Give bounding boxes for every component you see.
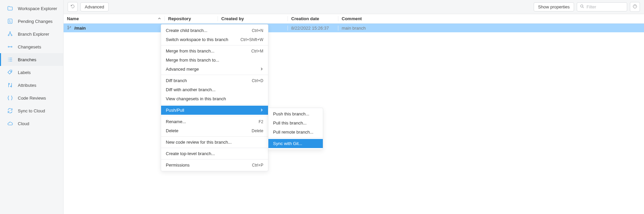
side-cloud[interactable]: Cloud — [0, 117, 63, 130]
sidebar-item-label: Labels — [18, 70, 31, 75]
menu-item[interactable]: Pull this branch... — [268, 118, 323, 128]
menu-item[interactable]: New code review for this branch... — [161, 138, 268, 147]
column-name[interactable]: Name — [64, 16, 164, 21]
menu-shortcut: Ctrl+P — [252, 163, 263, 168]
menu-item-label: Permissions — [166, 163, 190, 168]
svg-point-2 — [8, 35, 9, 36]
menu-shortcut: Ctrl+Shift+W — [240, 37, 263, 42]
menu-item[interactable]: Rename...F2 — [161, 117, 268, 126]
braces-icon — [7, 95, 13, 101]
chevron-right-icon — [260, 67, 263, 72]
svg-point-4 — [8, 46, 9, 47]
changesets-icon — [7, 44, 13, 50]
attributes-icon — [7, 82, 13, 88]
refresh-button[interactable] — [68, 2, 78, 12]
refresh-icon — [70, 4, 75, 10]
menu-shortcut: F2 — [259, 119, 263, 124]
sidebar-item-label: Branch Explorer — [18, 32, 49, 37]
chevron-right-icon — [260, 108, 263, 113]
column-creation-date[interactable]: Creation date — [288, 16, 338, 21]
branch-date: 8/22/2022 15:26:37 — [288, 26, 338, 31]
side-branches[interactable]: Branches — [0, 53, 63, 66]
sidebar-item-label: Attributes — [18, 83, 36, 88]
menu-item[interactable]: PermissionsCtrl+P — [161, 160, 268, 170]
menu-item[interactable]: Advanced merge — [161, 65, 268, 74]
column-headers: Name Repository Created by Creation date… — [64, 14, 644, 24]
sidebar: Workspace Explorer Pending Changes Branc… — [0, 0, 64, 214]
menu-item[interactable]: Diff branchCtrl+D — [161, 76, 268, 85]
svg-point-10 — [68, 28, 68, 29]
menu-item[interactable]: Pull remote branch... — [268, 128, 323, 137]
side-branch-explorer[interactable]: Branch Explorer — [0, 28, 63, 40]
sidebar-item-label: Changesets — [18, 44, 41, 49]
sidebar-item-label: Pending Changes — [18, 19, 52, 24]
menu-item[interactable]: View changesets in this branch — [161, 94, 268, 103]
submenu-push-pull: Push this branch...Pull this branch...Pu… — [268, 108, 323, 150]
menu-item[interactable]: Merge from this branch...Ctrl+M — [161, 46, 268, 56]
menu-separator — [161, 148, 268, 148]
menu-item[interactable]: Diff with another branch... — [161, 85, 268, 94]
help-button[interactable] — [630, 2, 640, 12]
menu-item-label: Create child branch... — [166, 28, 207, 33]
column-created-by[interactable]: Created by — [218, 16, 288, 21]
menu-separator — [268, 138, 323, 138]
menu-item[interactable]: Merge from this branch to... — [161, 56, 268, 65]
filter-input[interactable] — [586, 4, 624, 9]
menu-item-label: View changesets in this branch — [166, 96, 226, 101]
menu-item-label: Merge from this branch to... — [166, 58, 219, 63]
sidebar-item-label: Branches — [18, 57, 36, 62]
menu-separator — [161, 159, 268, 159]
side-pending-changes[interactable]: Pending Changes — [0, 15, 63, 28]
menu-shortcut: Ctrl+N — [252, 28, 263, 33]
menu-item-label: New code review for this branch... — [166, 140, 232, 145]
side-changesets[interactable]: Changesets — [0, 40, 63, 53]
menu-item-label: Advanced merge — [166, 67, 199, 72]
svg-point-6 — [10, 71, 11, 72]
menu-item[interactable]: Sync with Git... — [268, 139, 323, 148]
menu-shortcut: Ctrl+M — [251, 49, 263, 54]
side-attributes[interactable]: Attributes — [0, 79, 63, 92]
menu-item[interactable]: Create child branch...Ctrl+N — [161, 26, 268, 35]
svg-point-7 — [580, 5, 583, 7]
diff-icon — [7, 18, 13, 24]
svg-point-11 — [70, 26, 71, 27]
menu-item[interactable]: Switch workspace to this branchCtrl+Shif… — [161, 35, 268, 44]
menu-item-label: Create top-level branch... — [166, 151, 215, 156]
sync-icon — [7, 108, 13, 114]
menu-separator — [161, 136, 268, 137]
menu-item[interactable]: Push/Pull — [161, 106, 268, 115]
side-workspace-explorer[interactable]: Workspace Explorer — [0, 2, 63, 15]
menu-item-label: Sync with Git... — [273, 141, 302, 146]
menu-item-label: Rename... — [166, 119, 186, 124]
side-sync-cloud[interactable]: Sync to Cloud — [0, 104, 63, 117]
menu-item[interactable]: Push this branch... — [268, 109, 323, 118]
menu-item-label: Diff branch — [166, 78, 187, 83]
side-code-reviews[interactable]: Code Reviews — [0, 92, 63, 104]
menu-separator — [161, 75, 268, 75]
table-row[interactable]: /main 8/22/2022 15:26:37 main branch — [64, 24, 644, 32]
sidebar-item-label: Sync to Cloud — [18, 108, 45, 113]
menu-item[interactable]: DeleteDelete — [161, 126, 268, 135]
column-comment[interactable]: Comment — [338, 16, 624, 21]
advanced-button[interactable]: Advanced — [80, 2, 109, 11]
side-labels[interactable]: Labels — [0, 66, 63, 79]
menu-item[interactable]: Create top-level branch... — [161, 149, 268, 158]
column-label: Name — [67, 16, 79, 21]
main: Advanced Show properties Name Repository… — [64, 0, 644, 214]
context-menu: Create child branch...Ctrl+NSwitch works… — [161, 24, 268, 171]
column-repository[interactable]: Repository — [164, 16, 218, 21]
branch-comment: main branch — [338, 26, 624, 31]
menu-item-label: Delete — [166, 128, 179, 133]
filter-box[interactable] — [577, 2, 627, 11]
cloud-icon — [7, 120, 13, 127]
sidebar-item-label: Code Reviews — [18, 96, 46, 101]
branch-name: /main — [74, 26, 86, 31]
sort-asc-icon — [158, 16, 161, 21]
menu-separator — [161, 45, 268, 45]
search-icon — [580, 4, 584, 10]
branch-icon — [67, 25, 72, 31]
tree-icon — [7, 31, 13, 37]
help-icon — [633, 4, 637, 10]
show-properties-button[interactable]: Show properties — [534, 2, 574, 11]
svg-point-1 — [10, 32, 11, 33]
